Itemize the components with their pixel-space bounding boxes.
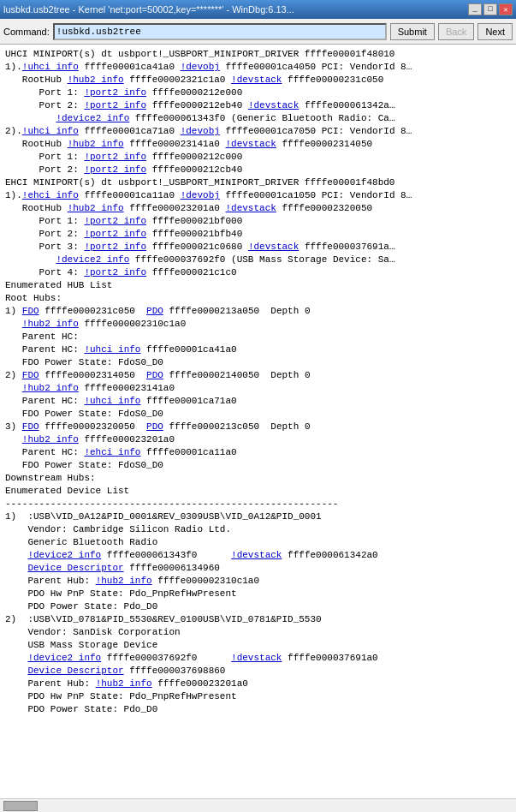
plain-text [5, 434, 22, 445]
debug-link[interactable]: !port2 info [84, 267, 146, 278]
debug-link[interactable]: !devstack [248, 242, 299, 252]
plain-text: ffffe000061342a… [299, 100, 394, 110]
plain-text: Parent HC: [5, 344, 84, 355]
window-controls: _ □ ✕ [468, 3, 513, 15]
debug-link[interactable]: !devobj [181, 190, 220, 200]
plain-text: ffffe00002314050 [276, 139, 372, 149]
plain-text: ffffe0000212cb40 [146, 164, 242, 175]
plain-text: ffffe00001ca7050 PCI: VendorId 8… [220, 126, 412, 136]
debug-link[interactable]: Device Descriptor [27, 666, 123, 676]
debug-link[interactable]: PDO [146, 306, 163, 316]
debug-link[interactable]: !hub2 info [22, 434, 79, 445]
content-line: PDO Hw PnP State: Pdo_PnpRefHwPresent [5, 588, 511, 600]
debug-link[interactable]: !hub2 info [68, 139, 124, 149]
debug-link[interactable]: !devstack [248, 100, 299, 110]
debug-link[interactable]: !hub2 info [22, 319, 79, 329]
content-pane[interactable]: UHCI MINIPORT(s) dt usbport!_USBPORT_MIN… [0, 45, 516, 798]
content-line: 3) FDO ffffe00002320050 PDO ffffe0000213… [5, 421, 511, 433]
debug-link[interactable]: FDO [22, 370, 39, 380]
debug-link[interactable]: !ehci info [22, 190, 79, 200]
debug-link[interactable]: Device Descriptor [27, 563, 123, 573]
debug-link[interactable]: !devstack [225, 139, 276, 149]
debug-link[interactable]: !hub2 info [68, 75, 124, 85]
command-input[interactable] [53, 23, 387, 40]
debug-link[interactable]: PDO [146, 421, 163, 432]
debug-link[interactable]: !uhci info [84, 344, 140, 355]
maximize-button[interactable]: □ [483, 3, 497, 15]
debug-link[interactable]: !device2 info [56, 254, 129, 265]
debug-link[interactable]: !hub2 info [22, 383, 79, 393]
debug-link[interactable]: !devstack [225, 203, 276, 213]
back-button[interactable]: Back [438, 23, 474, 40]
debug-link[interactable]: !port2 info [84, 229, 146, 239]
content-line: RootHub !hub2 info ffffe000023141a0 !dev… [5, 138, 511, 151]
debug-link[interactable]: !devstack [231, 550, 282, 560]
plain-text: Parent HC: [5, 396, 84, 406]
content-line: Parent HC: !ehci info ffffe00001ca11a0 [5, 446, 511, 459]
main-area: UHCI MINIPORT(s) dt usbport!_USBPORT_MIN… [0, 45, 516, 798]
debug-link[interactable]: PDO [146, 370, 163, 380]
plain-text: ffffe000021bfb40 [146, 229, 242, 239]
debug-link[interactable]: !port2 info [84, 164, 146, 175]
toolbar: Command: Submit Back Next [0, 19, 516, 45]
debug-link[interactable]: !port2 info [84, 242, 146, 252]
plain-text: Port 2: [5, 164, 84, 175]
hscroll-thumb[interactable] [3, 801, 38, 811]
plain-text: ffffe000037691a… [299, 242, 394, 252]
debug-link[interactable]: !port2 info [84, 87, 146, 98]
plain-text: ffffe000023201a0 [152, 678, 248, 689]
content-line: Root Hubs: [5, 292, 511, 305]
plain-text: ffffe000021bf000 [146, 216, 242, 226]
content-line: Port 1: !port2 info ffffe0000212e000 [5, 87, 511, 99]
debug-link[interactable]: !device2 info [27, 550, 101, 560]
minimize-button[interactable]: _ [468, 3, 482, 15]
submit-button[interactable]: Submit [390, 23, 435, 40]
plain-text: 1). [5, 190, 22, 200]
next-button[interactable]: Next [477, 23, 513, 40]
content-line: Port 1: !port2 info ffffe0000212c000 [5, 151, 511, 164]
plain-text: ffffe000037698860 [124, 666, 226, 676]
debug-link[interactable]: !devstack [231, 75, 282, 85]
debug-link[interactable]: !devobj [181, 62, 220, 72]
debug-link[interactable]: FDO [22, 306, 39, 316]
content-line: Vendor: SanDisk Corporation [5, 626, 511, 639]
debug-link[interactable]: !uhci info [84, 396, 140, 406]
content-line: FDO Power State: FdoS0_D0 [5, 408, 511, 421]
content-line: Port 2: !port2 info ffffe0000212cb40 [5, 164, 511, 176]
debug-link[interactable]: !devstack [231, 653, 282, 663]
debug-link[interactable]: !device2 info [27, 653, 101, 663]
debug-link[interactable]: !uhci info [22, 126, 79, 136]
debug-link[interactable]: !ehci info [84, 447, 140, 457]
plain-text: ffffe000061343f0 [101, 550, 231, 560]
content-line: !hub2 info ffffe000023141a0 [5, 382, 511, 395]
content-line: Parent HC: [5, 331, 511, 343]
plain-text [5, 666, 27, 676]
plain-text: ffffe00001ca11a0 [79, 190, 181, 200]
plain-text [5, 550, 27, 560]
content-line: Parent HC: !uhci info ffffe00001ca41a0 [5, 343, 511, 356]
horizontal-scrollbar[interactable] [0, 798, 516, 812]
title-bar: lusbkd.usb2tree - Kernel 'net:port=50002… [0, 0, 516, 19]
content-line: Device Descriptor ffffe000037698860 [5, 665, 511, 678]
debug-link[interactable]: !port2 info [84, 100, 146, 110]
content-line: Enumerated Device List [5, 485, 511, 498]
content-line: !device2 info ffffe000061343f0 !devstack… [5, 549, 511, 562]
debug-link[interactable]: !port2 info [84, 152, 146, 162]
content-line: Port 1: !port2 info ffffe000021bf000 [5, 215, 511, 228]
content-line: Vendor: Cambridge Silicon Radio Ltd. [5, 523, 511, 536]
debug-link[interactable]: !port2 info [84, 216, 146, 226]
plain-text [5, 653, 27, 663]
debug-link[interactable]: !hub2 info [68, 203, 124, 213]
debug-link[interactable]: !uhci info [22, 62, 79, 72]
plain-text: ffffe000023201a0 [124, 203, 226, 213]
content-line: !hub2 info ffffe000023201a0 [5, 433, 511, 446]
plain-text: ffffe00001ca1050 PCI: VendorId 8… [220, 190, 412, 200]
content-line: PDO Power State: Pdo_D0 [5, 600, 511, 613]
plain-text: ffffe000037692f0 (USB Mass Storage Devic… [129, 254, 394, 265]
close-button[interactable]: ✕ [499, 3, 513, 15]
debug-link[interactable]: !hub2 info [96, 678, 152, 689]
debug-link[interactable]: !devobj [181, 126, 220, 136]
debug-link[interactable]: !device2 info [56, 113, 129, 123]
debug-link[interactable]: FDO [22, 421, 39, 432]
debug-link[interactable]: !hub2 info [96, 576, 152, 586]
